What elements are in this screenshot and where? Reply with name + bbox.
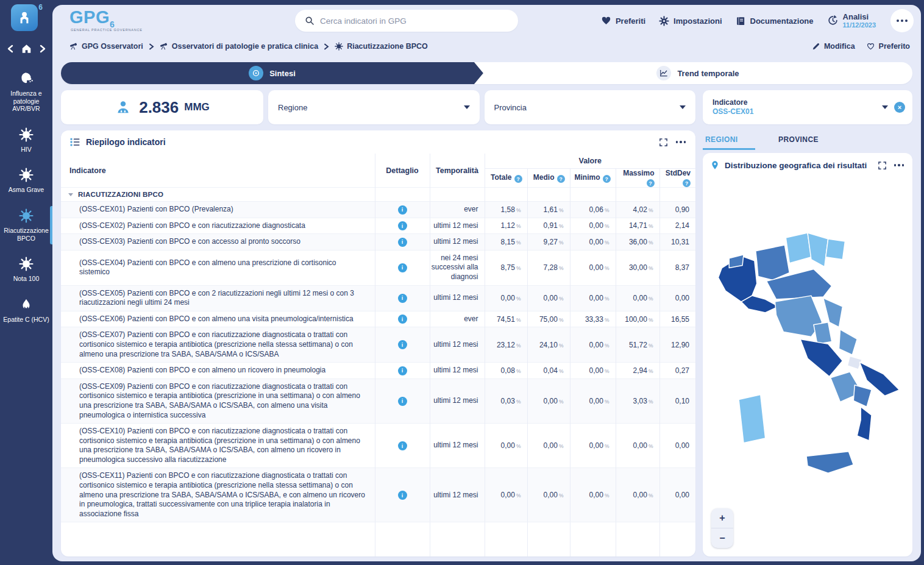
help-icon[interactable] xyxy=(557,175,565,183)
breadcrumb-label: Osservatori di patologie e pratica clini… xyxy=(172,42,318,51)
menu-documentazione[interactable]: Documentazione xyxy=(736,16,814,26)
info-icon[interactable] xyxy=(398,205,407,215)
menu-impostazioni[interactable]: Impostazioni xyxy=(659,16,722,26)
location-pin-icon xyxy=(710,160,720,170)
edit-label: Modifica xyxy=(824,42,855,51)
breadcrumb: GPG Osservatori Osservatori di patologie… xyxy=(52,35,921,57)
sidebar-item-label: Nota 100 xyxy=(12,275,41,283)
search-icon xyxy=(305,16,315,26)
geo-tabs: REGIONI PROVINCE xyxy=(703,130,912,150)
sidebar-item-nota-100[interactable]: Nota 100 xyxy=(0,257,52,283)
home-icon[interactable] xyxy=(21,43,32,54)
gpg-logo[interactable]: GPG6 GENERAL PRACTICE GOVERNANCE xyxy=(69,10,222,32)
indicatore-select[interactable]: Indicatore OSS-CEX01 xyxy=(703,90,912,124)
breadcrumb-item-patologie[interactable]: Osservatori di patologie e pratica clini… xyxy=(160,42,318,51)
favorite-label: Preferito xyxy=(879,42,910,51)
breadcrumb-item-bpco[interactable]: Riacutizzazione BPCO xyxy=(335,42,428,51)
sidebar-item-riacutizzazione-bpco[interactable]: Riacutizzazione BPCO xyxy=(0,208,52,242)
sidebar-item-influenza[interactable]: Influenza e patologie AVR/BVR xyxy=(0,70,52,113)
chevron-right-icon xyxy=(149,43,154,50)
info-icon[interactable] xyxy=(398,314,407,324)
map-region-liguria[interactable] xyxy=(741,296,778,313)
menu-label: Documentazione xyxy=(750,16,814,26)
zoom-in-button[interactable]: + xyxy=(711,508,733,528)
info-icon[interactable] xyxy=(398,238,407,247)
regione-select[interactable]: Regione xyxy=(268,90,480,124)
virus-icon xyxy=(335,42,343,51)
table-row: (OSS-CEX03) Pazienti con BPCO e con acce… xyxy=(61,234,695,251)
map-title: Distribuzione geografica dei risultati xyxy=(725,161,872,170)
info-icon[interactable] xyxy=(398,221,407,230)
help-icon[interactable] xyxy=(683,179,691,187)
group-row-riacutizzazioni[interactable]: RIACUTIZZAZIONI BPCO xyxy=(61,188,695,202)
menu-label: Analisi xyxy=(843,13,876,21)
tab-sintesi[interactable]: Sintesi xyxy=(61,62,483,84)
cough-face-icon xyxy=(18,70,34,86)
map-region-sicilia[interactable] xyxy=(806,452,853,474)
panel-menu-icon[interactable] xyxy=(675,138,688,146)
info-icon[interactable] xyxy=(398,441,407,450)
map-region-friuli[interactable] xyxy=(826,239,845,260)
clear-indicatore-button[interactable] xyxy=(894,102,905,113)
map-region-sardegna[interactable] xyxy=(739,395,766,443)
sidebar-item-label: Epatite C (HCV) xyxy=(2,316,50,324)
info-icon[interactable] xyxy=(398,397,407,406)
search-input[interactable] xyxy=(320,16,508,26)
zoom-out-button[interactable]: − xyxy=(711,528,733,548)
help-icon[interactable] xyxy=(514,175,522,183)
menu-analisi[interactable]: Analisi 11/12/2023 xyxy=(827,13,876,29)
map-region-lazio[interactable] xyxy=(800,339,842,376)
map-region-umbria[interactable] xyxy=(814,322,832,344)
info-icon[interactable] xyxy=(398,294,407,303)
menu-preferiti[interactable]: Preferiti xyxy=(601,16,645,26)
map-region-veneto[interactable] xyxy=(808,233,828,266)
provincia-select[interactable]: Provincia xyxy=(485,90,696,124)
edit-button[interactable]: Modifica xyxy=(812,42,855,51)
sidebar-item-hiv[interactable]: HIV xyxy=(0,127,52,154)
sidebar-item-asma[interactable]: Asma Grave xyxy=(0,168,52,194)
nav-back-icon[interactable] xyxy=(7,44,14,53)
info-icon[interactable] xyxy=(398,263,407,272)
expand-icon[interactable] xyxy=(658,137,669,148)
map-region-valle-daosta[interactable] xyxy=(729,255,744,268)
breadcrumb-item-osservatori[interactable]: GPG Osservatori xyxy=(69,42,143,51)
tab-regioni[interactable]: REGIONI xyxy=(703,130,755,150)
app-logo[interactable]: 6 xyxy=(10,4,43,35)
topbar: GPG6 GENERAL PRACTICE GOVERNANCE Preferi… xyxy=(52,5,921,35)
chevron-down-icon xyxy=(464,105,470,109)
table-row: (OSS-CEX07) Pazienti con BPCO e con riac… xyxy=(61,327,695,363)
help-icon[interactable] xyxy=(647,179,655,187)
pencil-icon xyxy=(812,42,820,51)
tab-trend-temporale[interactable]: Trend temporale xyxy=(483,62,912,84)
telescope-icon xyxy=(160,42,168,51)
sidebar-item-epatite-c[interactable]: Epatite C (HCV) xyxy=(0,297,52,324)
map-region-lombardia[interactable] xyxy=(756,245,789,280)
line-chart-icon xyxy=(656,66,671,80)
panel-menu-icon[interactable] xyxy=(893,162,906,169)
mmg-counter-card: 2.836 MMG xyxy=(61,90,263,124)
map-region-basilicata[interactable] xyxy=(853,385,872,407)
info-icon[interactable] xyxy=(398,491,407,500)
map-zoom-control: + − xyxy=(711,508,733,548)
regione-label: Regione xyxy=(278,103,307,112)
col-header-minimo: Minimo xyxy=(570,168,616,188)
riepilogo-title: Riepilogo indicatori xyxy=(86,137,166,147)
chevron-down-icon xyxy=(680,105,686,109)
chevron-down-icon xyxy=(882,105,888,109)
table-row: (OSS-CEX05) Pazienti con BPCO e con 2 ri… xyxy=(61,285,695,311)
map-region-trentino[interactable] xyxy=(786,233,811,263)
nav-forward-icon[interactable] xyxy=(39,44,46,53)
tab-province[interactable]: PROVINCE xyxy=(776,130,821,150)
topbar-menu: Preferiti Impostazioni Documentazione An… xyxy=(601,9,914,32)
table-row: (OSS-CEX01) Pazienti con BPCO (Prevalenz… xyxy=(61,202,695,218)
info-icon[interactable] xyxy=(398,366,407,375)
favorite-button[interactable]: Preferito xyxy=(866,42,910,51)
map-region-calabria[interactable] xyxy=(857,407,872,440)
more-options-button[interactable] xyxy=(890,9,914,32)
filters-row: 2.836 MMG Regione Provincia Indicatore O… xyxy=(61,90,912,124)
map-region-abruzzo[interactable] xyxy=(839,330,858,355)
expand-icon[interactable] xyxy=(876,160,888,171)
book-icon xyxy=(736,16,746,26)
info-icon[interactable] xyxy=(398,340,407,349)
help-icon[interactable] xyxy=(603,175,611,183)
